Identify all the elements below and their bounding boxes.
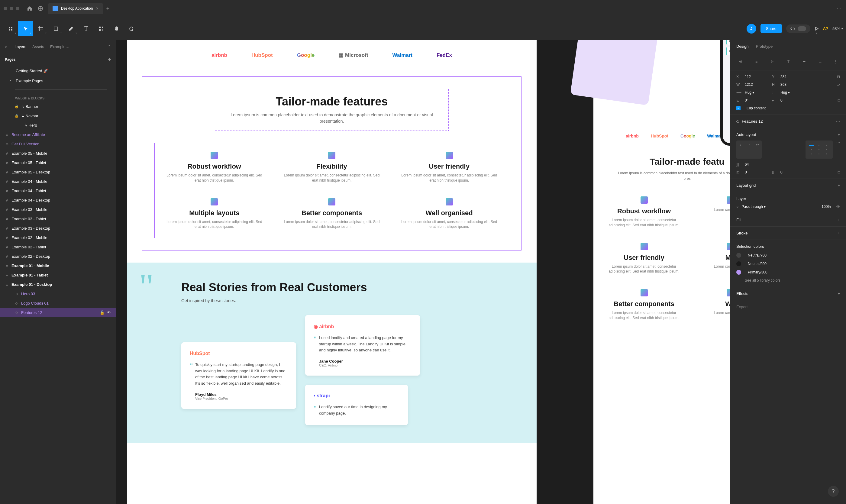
text-tool[interactable]: T [78,21,94,36]
color-row[interactable]: Primary/300 [736,270,840,275]
file-tab[interactable]: Desktop Application × [48,3,103,14]
w-input[interactable]: 1212 [745,83,769,87]
layer-ex02-desktop[interactable]: #Example 02 - Desktop [0,252,116,261]
layer-logo-clouds[interactable]: ◇Logo Clouds 01 [0,299,116,308]
chevron-up-icon[interactable]: ⌃ [108,44,111,49]
pad-v-input[interactable]: 0 [780,170,805,174]
align-bottom-icon[interactable]: ⊥ [816,57,824,66]
vertical-icon[interactable]: ↓ [736,141,745,149]
layer-ex01-desktop[interactable]: ≡Example 01 - Desktop [0,280,116,289]
position-icon[interactable]: ⊡ [837,75,840,79]
assets-tab[interactable]: Assets [32,44,44,49]
layer-features12[interactable]: ◇Features 12🔓👁 [0,308,116,317]
resize-v-select[interactable]: Hug ▾ [780,90,805,94]
canvas[interactable]: airbnb HubSpot Google ▦ Microsoft Walmar… [116,40,730,504]
add-autolayout-button[interactable]: + [838,132,840,137]
shape-tool[interactable]: ▾ [48,21,64,36]
layer-ex04-mobile[interactable]: #Example 04 - Mobile [0,177,116,186]
page-dropdown[interactable]: Example… [50,44,70,49]
close-tab-icon[interactable]: × [96,6,98,11]
layer-ex04-desktop[interactable]: #Example 04 - Desktop [0,196,116,205]
layer-ex05-tablet[interactable]: #Example 05 - Tablet [0,158,116,167]
a11y-indicator[interactable]: A? [823,26,828,31]
features-section[interactable]: Tailor-made features Lorem ipsum is comm… [142,76,522,251]
padding-details-icon[interactable]: □ [838,170,840,174]
resources-tool[interactable] [94,21,109,36]
pad-h-input[interactable]: 0 [745,170,769,174]
community-icon[interactable] [35,3,46,14]
align-top-icon[interactable]: ⊤ [784,57,793,66]
visibility-icon[interactable]: 👁 [836,204,840,209]
instance-options-icon[interactable]: ⋯ [836,119,840,124]
layer-ex03-mobile[interactable]: #Example 03 - Mobile [0,205,116,214]
lock-icon[interactable]: 🔓 [100,310,105,315]
y-input[interactable]: 284 [780,75,805,79]
layer-full-version[interactable]: ◇Get Full Version [0,139,116,149]
wrap-icon[interactable]: ↩ [753,141,762,149]
h-input[interactable]: 368 [780,83,805,87]
artboard-desktop[interactable]: airbnb HubSpot Google ▦ Microsoft Walmar… [127,40,537,504]
layer-navbar[interactable]: 🔒↳ Navbar [0,111,116,121]
visibility-icon[interactable]: 👁 [107,310,111,315]
layer-ex02-tablet[interactable]: #Example 02 - Tablet [0,242,116,252]
direction-toggle[interactable]: ↓ → ↩ [736,141,762,159]
layer-ex03-desktop[interactable]: #Example 03 - Desktop [0,223,116,233]
layer-ex05-mobile[interactable]: #Example 05 - Mobile [0,149,116,158]
search-icon[interactable]: ⌕ [5,44,7,49]
align-left-icon[interactable]: ⫷ [736,57,745,66]
move-tool[interactable]: ▾ [18,21,33,36]
window-controls[interactable] [4,7,19,10]
page-example-pages[interactable]: ✓Example Pages [0,76,116,86]
clip-content-checkbox[interactable]: ✓ [736,106,741,110]
more-icon[interactable]: ⋯ [836,5,842,12]
add-page-button[interactable]: + [108,57,111,62]
layer-ex04-tablet[interactable]: #Example 04 - Tablet [0,186,116,196]
pen-tool[interactable]: ▾ [64,21,78,36]
comment-tool[interactable] [124,21,139,36]
layer-ex02-mobile[interactable]: #Example 02 - Mobile [0,233,116,242]
link-dimensions-icon[interactable]: ⊃ [837,83,840,87]
align-right-icon[interactable]: ⫸ [768,57,776,66]
gap-input[interactable]: 64 [745,162,769,166]
color-row[interactable]: Neutral/900 [736,262,840,266]
main-menu-button[interactable]: ▾ [3,21,18,36]
layer-affiliate[interactable]: ◇Become an Affiliate [0,130,116,139]
align-h-center-icon[interactable]: ≡ [752,57,761,66]
x-input[interactable]: 112 [745,75,769,79]
present-button[interactable]: ▾ [814,21,819,36]
rotation-input[interactable]: 0° [745,98,769,103]
horizontal-icon[interactable]: → [745,141,753,149]
dev-mode-toggle[interactable] [786,24,810,33]
opacity-input[interactable]: 100% [822,204,831,209]
home-icon[interactable] [24,3,35,14]
frame-tool[interactable]: ▾ [33,21,48,36]
share-button[interactable]: Share [760,24,782,33]
layer-ex03-tablet[interactable]: #Example 03 - Tablet [0,214,116,223]
layer-ex05-desktop[interactable]: #Example 05 - Desktop [0,167,116,177]
help-button[interactable]: ? [828,486,839,497]
artboard-tablet[interactable]: Finalising the Visual design for develop… [593,40,730,504]
align-v-center-icon[interactable]: ⊢ [800,57,808,66]
user-avatar[interactable]: J [746,24,756,34]
add-grid-button[interactable]: + [838,183,840,187]
layer-banner[interactable]: 🔒↳ Banner [0,102,116,111]
radius-input[interactable]: 0 [780,98,805,103]
color-row[interactable]: Neutral/700 [736,253,840,258]
layers-tab[interactable]: Layers [15,44,26,49]
zoom-control[interactable]: 58%▾ [832,26,843,31]
add-fill-button[interactable]: + [838,218,840,222]
layer-ex01-tablet[interactable]: ≡Example 01 - Tablet [0,270,116,280]
see-all-colors-link[interactable]: See all 5 library colors [745,278,840,283]
layer-ex01-mobile[interactable]: ≡Example 01 - Mobile [0,261,116,270]
al-options-icon[interactable]: ⋯ [836,141,840,159]
layer-hero03[interactable]: ◇Hero 03 [0,289,116,299]
layer-hero[interactable]: ↳ Hero [0,121,116,130]
hand-tool[interactable] [109,21,124,36]
page-getting-started[interactable]: Getting Started 🚀 [0,66,116,76]
prototype-tab[interactable]: Prototype [756,44,773,49]
resize-h-select[interactable]: Hug ▾ [745,90,769,94]
design-tab[interactable]: Design [736,44,749,49]
blend-mode-select[interactable]: Pass through ▾ [741,204,766,209]
add-stroke-button[interactable]: + [838,231,840,235]
distribute-icon[interactable]: ⋮ [831,57,840,66]
